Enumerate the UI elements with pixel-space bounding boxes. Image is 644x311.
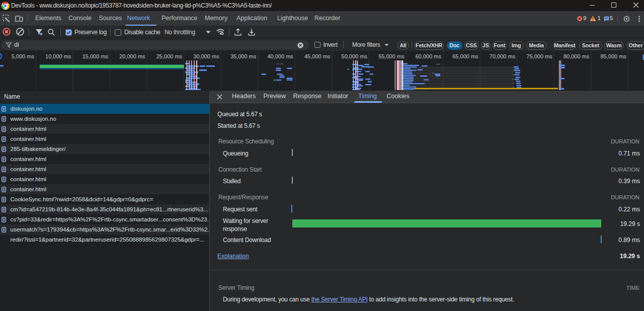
svg-text:85,000 ms: 85,000 ms [600,53,626,59]
svg-text:55,000 ms: 55,000 ms [378,53,405,59]
svg-text:30,000 ms: 30,000 ms [193,53,219,59]
svg-text:35,000 ms: 35,000 ms [230,53,257,59]
svg-text:70,000 ms: 70,000 ms [490,53,516,59]
svg-text:60,000 ms: 60,000 ms [416,53,442,59]
svg-text:10,000 ms: 10,000 ms [45,53,71,59]
svg-text:75,000 ms: 75,000 ms [526,53,552,59]
svg-text:25,000 ms: 25,000 ms [156,53,183,59]
svg-text:80,000 ms: 80,000 ms [564,53,590,59]
svg-text:40,000 ms: 40,000 ms [267,53,293,59]
svg-text:45,000 ms: 45,000 ms [304,53,331,59]
svg-text:15,000 ms: 15,000 ms [83,53,109,59]
svg-text:5,000 ms: 5,000 ms [12,53,35,59]
svg-text:20,000 ms: 20,000 ms [119,53,145,59]
svg-text:65,000 ms: 65,000 ms [452,53,478,59]
svg-text:50,000 ms: 50,000 ms [342,53,368,59]
